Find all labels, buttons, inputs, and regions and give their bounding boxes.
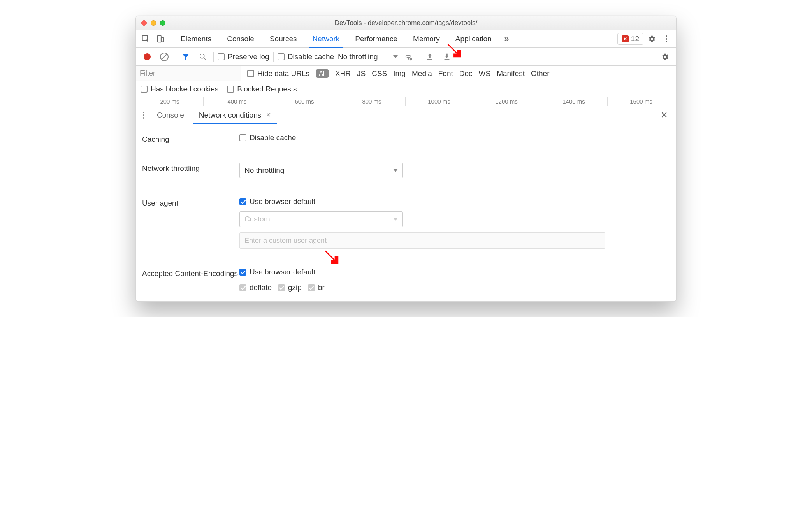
section-throttling: Network throttling No throttling — [136, 153, 676, 188]
section-label: Caching — [142, 134, 239, 144]
error-count-badge[interactable]: ✕ 12 — [617, 33, 643, 45]
throttling-dropdown[interactable]: No throttling — [338, 53, 398, 61]
section-label: Network throttling — [142, 163, 239, 178]
tab-elements[interactable]: Elements — [174, 30, 218, 47]
filter-type-media[interactable]: Media — [412, 69, 432, 78]
disable-cache-label: Disable cache — [250, 134, 296, 142]
timeline-tick: 1400 ms — [540, 97, 607, 106]
close-window-button[interactable] — [141, 20, 147, 26]
timeline-tick: 400 ms — [203, 97, 271, 106]
error-icon: ✕ — [622, 35, 629, 42]
filter-all-pill[interactable]: All — [316, 69, 329, 78]
filter-type-ws[interactable]: WS — [479, 69, 491, 78]
close-tab-icon[interactable]: ✕ — [266, 111, 271, 119]
network-settings-icon[interactable] — [658, 50, 671, 63]
checkbox-icon — [239, 134, 246, 141]
divider — [175, 52, 175, 62]
section-user-agent: User agent Use browser default Custom... — [136, 188, 676, 258]
network-conditions-panel: Caching Disable cache Network throttling… — [136, 124, 676, 301]
disable-cache-checkbox[interactable]: Disable cache — [278, 53, 334, 61]
checkbox-icon — [218, 53, 225, 60]
checkbox-icon — [141, 86, 148, 93]
filter-type-img[interactable]: Img — [393, 69, 406, 78]
encoding-label: deflate — [250, 283, 272, 292]
encodings-use-default-checkbox[interactable]: Use browser default — [239, 268, 670, 276]
import-har-icon[interactable] — [423, 50, 436, 63]
kebab-menu-icon[interactable] — [660, 32, 673, 46]
filter-type-css[interactable]: CSS — [372, 69, 387, 78]
filter-type-manifest[interactable]: Manifest — [497, 69, 525, 78]
dropdown-triangle-icon — [393, 55, 398, 58]
devtools-window: DevTools - developer.chrome.com/tags/dev… — [135, 16, 677, 302]
svg-rect-0 — [158, 35, 161, 42]
dropdown-triangle-icon — [393, 218, 398, 221]
checkbox-icon — [239, 269, 246, 276]
main-tabs: Elements Console Sources Network Perform… — [136, 30, 676, 48]
drawer-close-icon[interactable]: ✕ — [655, 110, 673, 120]
timeline-tick: 200 ms — [136, 97, 203, 106]
dropdown-triangle-icon — [393, 169, 398, 172]
timeline-tick: 600 ms — [271, 97, 338, 106]
preserve-log-checkbox[interactable]: Preserve log — [218, 53, 269, 61]
record-button[interactable] — [141, 50, 154, 63]
tab-console[interactable]: Console — [220, 30, 261, 47]
zoom-window-button[interactable] — [160, 20, 165, 26]
drawer-tab-network-conditions[interactable]: Network conditions ✕ — [193, 106, 278, 124]
hide-data-urls-label: Hide data URLs — [257, 69, 309, 78]
filter-input[interactable] — [136, 66, 241, 81]
clear-button[interactable] — [158, 50, 171, 63]
filter-type-js[interactable]: JS — [357, 69, 366, 78]
more-tabs-icon[interactable]: » — [500, 32, 513, 46]
timeline-tick: 800 ms — [338, 97, 405, 106]
device-toolbar-icon[interactable] — [154, 32, 167, 46]
drawer-tab-label: Network conditions — [199, 111, 262, 119]
window-title: DevTools - developer.chrome.com/tags/dev… — [136, 19, 676, 27]
disable-cache-checkbox-drawer[interactable]: Disable cache — [239, 134, 670, 142]
svg-line-3 — [204, 58, 206, 60]
hide-data-urls-checkbox[interactable]: Hide data URLs — [247, 69, 309, 78]
search-icon[interactable] — [196, 50, 209, 63]
blocked-cookies-checkbox[interactable]: Has blocked cookies — [141, 85, 218, 93]
filter-row-2: Has blocked cookies Blocked Requests — [136, 81, 676, 97]
divider — [213, 52, 214, 62]
tab-performance[interactable]: Performance — [348, 30, 404, 47]
export-har-icon[interactable] — [440, 50, 453, 63]
throttling-value: No throttling — [244, 166, 284, 175]
timeline-tick: 1200 ms — [473, 97, 540, 106]
throttling-value: No throttling — [338, 53, 378, 61]
ua-use-default-checkbox[interactable]: Use browser default — [239, 197, 670, 206]
network-toolbar: Preserve log Disable cache No throttling — [136, 48, 676, 66]
network-conditions-icon[interactable] — [402, 50, 415, 63]
filter-type-xhr[interactable]: XHR — [335, 69, 351, 78]
filter-type-font[interactable]: Font — [438, 69, 453, 78]
tab-sources[interactable]: Sources — [263, 30, 304, 47]
ua-custom-input[interactable] — [239, 232, 605, 249]
error-count: 12 — [631, 35, 639, 43]
tab-network[interactable]: Network — [306, 30, 347, 47]
settings-icon[interactable] — [645, 32, 658, 46]
blocked-requests-checkbox[interactable]: Blocked Requests — [227, 85, 297, 93]
filter-row: Hide data URLs All XHR JS CSS Img Media … — [136, 66, 676, 81]
timeline-tick: 1600 ms — [607, 97, 676, 106]
tab-application[interactable]: Application — [448, 30, 499, 47]
drawer-tab-console[interactable]: Console — [151, 106, 190, 124]
timeline-tick: 1000 ms — [405, 97, 473, 106]
timeline-overview[interactable]: 200 ms 400 ms 600 ms 800 ms 1000 ms 1200… — [136, 97, 676, 106]
blocked-requests-label: Blocked Requests — [237, 85, 297, 93]
tab-memory[interactable]: Memory — [406, 30, 447, 47]
inspect-element-icon[interactable] — [139, 32, 152, 46]
encoding-deflate: deflate — [239, 283, 272, 292]
drawer-menu-icon[interactable] — [139, 112, 148, 119]
encoding-label: gzip — [288, 283, 302, 292]
minimize-window-button[interactable] — [151, 20, 156, 26]
checkbox-icon — [278, 284, 285, 291]
checkbox-icon — [239, 198, 246, 205]
filter-type-doc[interactable]: Doc — [459, 69, 473, 78]
svg-point-2 — [200, 54, 204, 58]
checkbox-icon — [278, 53, 285, 60]
filter-toggle-icon[interactable] — [179, 50, 192, 63]
filter-type-other[interactable]: Other — [531, 69, 550, 78]
checkbox-icon — [239, 284, 246, 291]
checkbox-icon — [247, 70, 254, 77]
throttling-select[interactable]: No throttling — [239, 163, 403, 178]
